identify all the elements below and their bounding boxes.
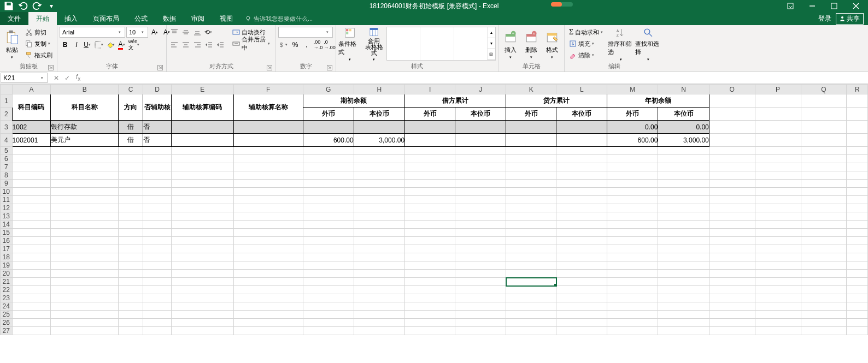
cut-button[interactable]: 剪切 xyxy=(23,27,55,38)
cell-G25[interactable] xyxy=(303,311,354,319)
cell-E21[interactable] xyxy=(171,278,233,286)
cell-M13[interactable] xyxy=(607,212,658,221)
cell-R9[interactable] xyxy=(847,180,868,188)
cell-F20[interactable] xyxy=(233,270,303,278)
col-header-P[interactable]: P xyxy=(755,85,801,94)
cell-F26[interactable] xyxy=(233,319,303,327)
row-header-5[interactable]: 5 xyxy=(1,147,13,155)
col-header-K[interactable]: K xyxy=(506,85,556,94)
cell-I20[interactable] xyxy=(405,270,455,278)
cell-J15[interactable] xyxy=(455,229,506,237)
cell-O26[interactable] xyxy=(709,319,755,327)
cell-G6[interactable] xyxy=(303,155,354,163)
cell-D11[interactable] xyxy=(143,196,172,204)
cell-I7[interactable] xyxy=(405,163,455,171)
cell-G7[interactable] xyxy=(303,163,354,171)
cell-C12[interactable] xyxy=(119,204,143,212)
cell-M20[interactable] xyxy=(607,270,658,278)
font-size-select[interactable]: 10▾ xyxy=(126,27,148,38)
col-header-G[interactable]: G xyxy=(303,85,354,94)
cell-A6[interactable] xyxy=(12,155,51,163)
cell-R26[interactable] xyxy=(847,319,868,327)
italic-icon[interactable]: I xyxy=(71,39,82,50)
cell-N24[interactable] xyxy=(658,302,709,311)
cell-E17[interactable] xyxy=(171,245,233,253)
redo-icon[interactable] xyxy=(32,1,43,11)
cell-N25[interactable] xyxy=(658,311,709,319)
row-header-19[interactable]: 19 xyxy=(1,261,13,270)
cell-N22[interactable] xyxy=(658,286,709,294)
cell-Q27[interactable] xyxy=(801,327,847,335)
row-header-13[interactable]: 13 xyxy=(1,212,13,221)
cell-J23[interactable] xyxy=(455,294,506,302)
cell-L15[interactable] xyxy=(556,229,607,237)
underline-icon[interactable]: U▾ xyxy=(83,39,93,50)
cell-M21[interactable] xyxy=(607,278,658,286)
cell-D26[interactable] xyxy=(143,319,172,327)
cell-K19[interactable] xyxy=(506,261,556,270)
cell-H23[interactable] xyxy=(354,294,404,302)
cell-D27[interactable] xyxy=(143,327,172,335)
cell-E16[interactable] xyxy=(171,237,233,245)
cell-I16[interactable] xyxy=(405,237,455,245)
cell-Q9[interactable] xyxy=(801,180,847,188)
cell-O5[interactable] xyxy=(709,147,755,155)
cell-Q23[interactable] xyxy=(801,294,847,302)
cell-O13[interactable] xyxy=(709,212,755,221)
cell-I12[interactable] xyxy=(405,204,455,212)
cell-H9[interactable] xyxy=(354,180,404,188)
decrease-indent-icon[interactable] xyxy=(203,39,214,50)
cell-Q6[interactable] xyxy=(801,155,847,163)
cell-Q17[interactable] xyxy=(801,245,847,253)
cell-R27[interactable] xyxy=(847,327,868,335)
row-header-12[interactable]: 12 xyxy=(1,204,13,212)
cell-R18[interactable] xyxy=(847,253,868,261)
cell-R25[interactable] xyxy=(847,311,868,319)
cell-B27[interactable] xyxy=(51,327,119,335)
cell-H16[interactable] xyxy=(354,237,404,245)
cell-F22[interactable] xyxy=(233,286,303,294)
cell-J8[interactable] xyxy=(455,171,506,180)
row-header-9[interactable]: 9 xyxy=(1,180,13,188)
cell-E10[interactable] xyxy=(171,188,233,196)
cell-G24[interactable] xyxy=(303,302,354,311)
tellme-input[interactable]: 告诉我您想要做什么... xyxy=(241,15,313,23)
cell-B24[interactable] xyxy=(51,302,119,311)
col-header-I[interactable]: I xyxy=(405,85,455,94)
cell-L12[interactable] xyxy=(556,204,607,212)
cell-G19[interactable] xyxy=(303,261,354,270)
cell-L14[interactable] xyxy=(556,221,607,229)
cell-J12[interactable] xyxy=(455,204,506,212)
maximize-icon[interactable] xyxy=(824,1,844,11)
cell-J7[interactable] xyxy=(455,163,506,171)
cell-N10[interactable] xyxy=(658,188,709,196)
cell-R7[interactable] xyxy=(847,163,868,171)
gallery-down-icon[interactable]: ▾ xyxy=(488,38,495,49)
cell-P27[interactable] xyxy=(755,327,801,335)
cell-M17[interactable] xyxy=(607,245,658,253)
cell-O16[interactable] xyxy=(709,237,755,245)
col-header-R[interactable]: R xyxy=(847,85,868,94)
orientation-icon[interactable]: ⟲▾ xyxy=(203,27,214,38)
cell-C27[interactable] xyxy=(119,327,143,335)
cell-F27[interactable] xyxy=(233,327,303,335)
cell-A9[interactable] xyxy=(12,180,51,188)
cell-I17[interactable] xyxy=(405,245,455,253)
cell-N12[interactable] xyxy=(658,204,709,212)
cell-O24[interactable] xyxy=(709,302,755,311)
cell-E27[interactable] xyxy=(171,327,233,335)
cell-M24[interactable] xyxy=(607,302,658,311)
cell-I11[interactable] xyxy=(405,196,455,204)
cell-O14[interactable] xyxy=(709,221,755,229)
cell-P22[interactable] xyxy=(755,286,801,294)
cell-A12[interactable] xyxy=(12,204,51,212)
cell-L19[interactable] xyxy=(556,261,607,270)
cell-A13[interactable] xyxy=(12,212,51,221)
cell-C23[interactable] xyxy=(119,294,143,302)
copy-button[interactable]: 复制▾ xyxy=(23,38,55,49)
cell-L9[interactable] xyxy=(556,180,607,188)
cell-N7[interactable] xyxy=(658,163,709,171)
cell-I8[interactable] xyxy=(405,171,455,180)
cell-K21[interactable] xyxy=(506,278,556,286)
clipboard-dialog-icon[interactable]: ⇲ xyxy=(48,65,54,70)
